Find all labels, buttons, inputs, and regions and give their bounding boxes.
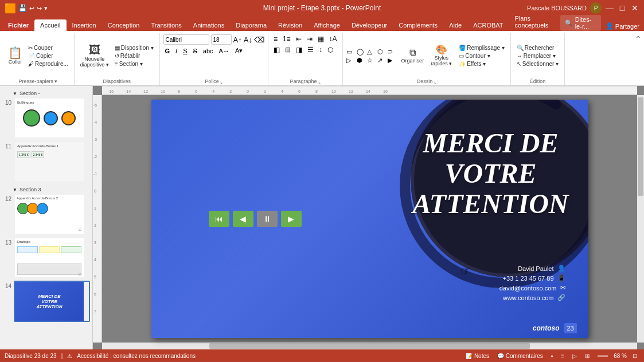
view-slideshow-button[interactable]: ⊞ <box>583 352 592 360</box>
font-size-input[interactable] <box>211 34 232 45</box>
view-reader-button[interactable]: ▷ <box>570 352 579 360</box>
effets-button[interactable]: ✨ Effets ▾ <box>456 60 507 68</box>
slide-thumb-14[interactable]: MERCI DEVOTREATTENTION <box>14 281 90 322</box>
comments-button[interactable]: 💬 Commentaires <box>495 352 545 360</box>
tab-conception[interactable]: Conception <box>102 19 146 31</box>
nav-prev-button[interactable]: ◀ <box>233 211 253 227</box>
increase-font-button[interactable]: A↑ <box>233 36 242 44</box>
slide-thumb-11[interactable]: Appendix Accords-Bonus 1 1 346 € 2 346 € <box>14 141 90 182</box>
tab-developpeur[interactable]: Développeur <box>346 19 393 31</box>
fit-window-button[interactable]: ⊡ <box>630 352 639 360</box>
minimize-button[interactable]: — <box>605 3 614 13</box>
tab-fichier[interactable]: Fichier <box>2 19 34 31</box>
tab-revision[interactable]: Révision <box>272 19 308 31</box>
quick-access-more[interactable]: ▾ <box>44 5 48 12</box>
increase-indent-button[interactable]: ⇥ <box>305 34 314 44</box>
tab-accueil[interactable]: Accueil <box>34 19 66 31</box>
reproduire-button[interactable]: 🖌 Reproduire... <box>26 60 71 68</box>
shape-1[interactable]: ▭ <box>346 48 356 56</box>
nav-first-button[interactable]: ⏮ <box>209 211 229 227</box>
font-color-button[interactable]: A▾ <box>233 46 244 55</box>
numbering-button[interactable]: 1≡ <box>281 34 292 44</box>
slide-item-11[interactable]: 11 Appendix Accords-Bonus 1 1 346 € 2 34… <box>2 141 90 182</box>
columns-button[interactable]: ▦ <box>316 34 326 44</box>
clear-format-button[interactable]: ⌫ <box>254 36 264 44</box>
copier-button[interactable]: 📄 Copier <box>26 52 71 60</box>
shape-5[interactable]: ⊃ <box>388 48 397 56</box>
couper-button[interactable]: ✂ Couper <box>26 44 71 52</box>
email-icon: ✉ <box>560 284 565 292</box>
decrease-font-button[interactable]: A↓ <box>244 36 252 44</box>
share-button[interactable]: 👤 Partager <box>601 21 644 31</box>
align-left-button[interactable]: ◧ <box>272 45 282 54</box>
align-center-button[interactable]: ⊟ <box>283 45 292 54</box>
disposition-button[interactable]: ▦ Disposition ▾ <box>112 44 156 52</box>
zoom-slider[interactable]: ━━━ <box>595 352 610 360</box>
contact-phone: +33 1 23 45 67 89 <box>503 275 554 282</box>
view-normal-button[interactable]: ▪ <box>549 352 556 360</box>
remplacer-button[interactable]: ↔ Remplacer ▾ <box>514 52 561 60</box>
redo-icon[interactable]: ↪ <box>37 5 42 12</box>
organiser-button[interactable]: ⧉ Organiser <box>399 47 427 65</box>
shape-7[interactable]: ⬢ <box>357 57 366 64</box>
maximize-button[interactable]: □ <box>618 3 627 13</box>
notes-button[interactable]: 📝 Notes <box>463 352 491 360</box>
shape-6[interactable]: ▷ <box>346 57 356 64</box>
strikethrough-button[interactable]: S <box>192 47 199 55</box>
tab-aide[interactable]: Aide <box>443 19 467 31</box>
line-spacing-button[interactable]: ↕ <box>317 45 324 54</box>
justify-button[interactable]: ☰ <box>306 45 315 54</box>
vertical-scrollbar[interactable] <box>637 95 644 343</box>
tab-insertion[interactable]: Insertion <box>67 19 102 31</box>
rechercher-button[interactable]: 🔍 Rechercher <box>514 44 561 52</box>
shadow-button[interactable]: abc <box>201 47 215 55</box>
retablir-button[interactable]: ↺ Rétablir <box>112 52 156 60</box>
underline-button[interactable]: S <box>181 47 189 55</box>
bold-button[interactable]: G <box>163 47 172 55</box>
section-button[interactable]: ≡ Section ▾ <box>112 60 156 68</box>
shape-9[interactable]: ↗ <box>377 57 387 64</box>
tab-complements[interactable]: Compléments <box>393 19 443 31</box>
align-right-button[interactable]: ◨ <box>294 45 304 54</box>
styles-rapides-button[interactable]: 🎨 Stylesrapides ▾ <box>428 44 454 68</box>
tab-animations[interactable]: Animations <box>188 19 230 31</box>
close-button[interactable]: ✕ <box>630 3 639 13</box>
shape-4[interactable]: ⬡ <box>377 48 387 56</box>
font-family-input[interactable] <box>163 34 209 45</box>
italic-button[interactable]: I <box>174 47 179 55</box>
nav-next-button[interactable]: ▶ <box>281 211 302 227</box>
remplissage-button[interactable]: 🪣 Remplissage ▾ <box>456 44 507 52</box>
smart-art-button[interactable]: ⬡ <box>326 45 335 54</box>
slide-thumb-12[interactable]: Appendix Accords-Bonus 2 12 <box>14 194 90 235</box>
slide-item-10[interactable]: 10 Bullfinques <box>2 97 90 139</box>
slide-item-14[interactable]: 14 MERCI DEVOTREATTENTION <box>2 281 90 322</box>
text-direction-button[interactable]: ↕A <box>327 34 339 44</box>
shape-2[interactable]: ◯ <box>357 48 366 56</box>
slide-item-12[interactable]: 12 Appendix Accords-Bonus 2 12 <box>2 194 90 235</box>
tab-plans[interactable]: Plans conceptuels <box>509 13 560 31</box>
nouvelle-diapositive-button[interactable]: 🖼 Nouvellediapositive ▾ <box>78 43 111 69</box>
undo-icon[interactable]: ↩ <box>29 5 34 12</box>
contour-button[interactable]: ▭ Contour ▾ <box>456 52 507 60</box>
tab-affichage[interactable]: Affichage <box>308 19 346 31</box>
slide-thumb-13[interactable]: Stratégie 13 <box>14 237 90 278</box>
shape-8[interactable]: ☆ <box>367 57 376 64</box>
shape-3[interactable]: △ <box>367 48 376 56</box>
view-outline-button[interactable]: ≡ <box>559 352 567 360</box>
slide-item-13[interactable]: 13 Stratégie 13 <box>2 237 90 278</box>
shape-10[interactable]: ▶ <box>388 57 397 64</box>
bullets-button[interactable]: ≡ <box>272 34 279 44</box>
coller-button[interactable]: 📋 Coller <box>6 46 25 66</box>
horizontal-scrollbar[interactable] <box>102 343 637 349</box>
nav-play-button[interactable]: ⏸ <box>257 211 278 227</box>
save-icon[interactable]: 💾 <box>18 4 27 12</box>
spacing-button[interactable]: A↔ <box>217 47 231 55</box>
tab-transitions[interactable]: Transitions <box>145 19 187 31</box>
collapse-ribbon-button[interactable]: ⌃ <box>635 34 642 44</box>
slide-thumb-10[interactable]: Bullfinques <box>14 97 90 139</box>
search-box[interactable]: 🔍 Dites-le-r... <box>560 15 601 31</box>
selectionner-button[interactable]: ↖ Sélectionner ▾ <box>514 60 561 68</box>
tab-acrobat[interactable]: ACROBAT <box>467 19 509 31</box>
tab-diaporama[interactable]: Diaporama <box>230 19 272 31</box>
decrease-indent-button[interactable]: ⇤ <box>294 34 303 44</box>
